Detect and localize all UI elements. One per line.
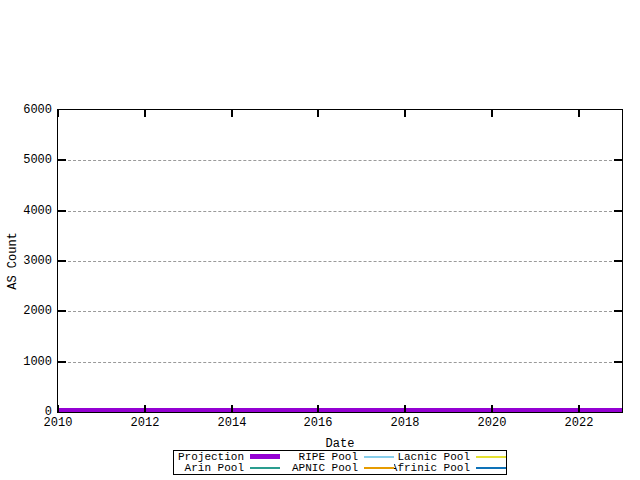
- y-tick-left: [58, 260, 66, 262]
- x-tick-top: [491, 110, 493, 117]
- legend-item-afrinic-pool: Afrinic Pool: [394, 462, 506, 474]
- legend-line-sample: [364, 467, 394, 469]
- x-tick-label: 2010: [36, 417, 80, 430]
- legend-label: APNIC Pool: [292, 462, 358, 474]
- x-tick-bottom: [404, 405, 406, 412]
- x-tick-label: 2018: [383, 417, 427, 430]
- x-tick-bottom: [57, 405, 59, 412]
- y-tick-right: [614, 210, 622, 212]
- x-tick-bottom: [578, 405, 580, 412]
- x-tick-label: 2012: [123, 417, 167, 430]
- legend-item-lacnic-pool: Lacnic Pool: [394, 451, 506, 463]
- y-tick-right: [614, 159, 622, 161]
- y-tick-left: [58, 210, 66, 212]
- x-tick-bottom: [231, 405, 233, 412]
- x-tick-top: [231, 110, 233, 117]
- legend-item-ripe-pool: RIPE Pool: [280, 451, 394, 463]
- gridline-y-3000: [58, 261, 622, 262]
- y-tick-label: 6000: [0, 103, 52, 117]
- legend-label: Afrinic Pool: [394, 462, 470, 474]
- y-tick-label: 3000: [0, 254, 52, 268]
- legend-line-sample: [476, 456, 506, 458]
- legend-line-sample: [250, 467, 280, 469]
- chart-figure: AS Count 0100020003000400050006000201020…: [0, 0, 640, 480]
- legend-line-sample: [250, 454, 280, 459]
- x-tick-label: 2016: [296, 417, 340, 430]
- legend-item-arin-pool: Arin Pool: [176, 462, 280, 474]
- legend-label: Lacnic Pool: [397, 451, 470, 463]
- legend-box: Projection RIPE Pool Lacnic Pool Arin Po…: [173, 450, 507, 475]
- y-tick-right: [614, 310, 622, 312]
- x-tick-top: [144, 110, 146, 117]
- y-tick-left: [58, 310, 66, 312]
- legend-line-sample: [364, 456, 394, 458]
- x-tick-top: [317, 110, 319, 117]
- x-axis-title: Date: [57, 437, 623, 451]
- x-tick-label: 2020: [470, 417, 514, 430]
- x-tick-top: [578, 110, 580, 117]
- y-tick-label: 1000: [0, 355, 52, 369]
- series-line-projection: [58, 408, 622, 412]
- x-tick-bottom: [317, 405, 319, 412]
- plot-area: [57, 109, 623, 413]
- legend-label: Arin Pool: [185, 462, 244, 474]
- y-tick-label: 4000: [0, 204, 52, 218]
- legend-label: RIPE Pool: [299, 451, 358, 463]
- x-tick-top: [57, 110, 59, 117]
- legend-item-projection: Projection: [176, 451, 280, 463]
- x-tick-label: 2022: [557, 417, 601, 430]
- gridline-y-1000: [58, 362, 622, 363]
- legend-item-apnic-pool: APNIC Pool: [280, 462, 394, 474]
- x-tick-bottom: [144, 405, 146, 412]
- y-tick-label: 2000: [0, 304, 52, 318]
- legend-line-sample: [476, 467, 506, 469]
- y-tick-left: [58, 159, 66, 161]
- gridline-y-5000: [58, 160, 622, 161]
- legend-label: Projection: [178, 451, 244, 463]
- y-tick-label: 5000: [0, 153, 52, 167]
- x-tick-bottom: [491, 405, 493, 412]
- y-tick-left: [58, 361, 66, 363]
- y-tick-right: [614, 260, 622, 262]
- x-tick-top: [404, 110, 406, 117]
- gridline-y-4000: [58, 211, 622, 212]
- x-tick-label: 2014: [210, 417, 254, 430]
- y-tick-right: [614, 361, 622, 363]
- gridline-y-2000: [58, 311, 622, 312]
